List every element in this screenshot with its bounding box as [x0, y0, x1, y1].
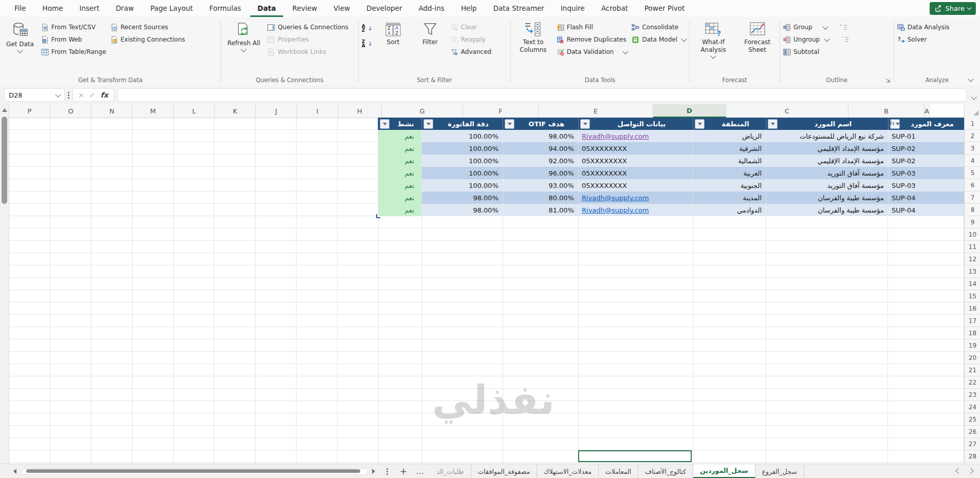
enter-button[interactable]: ✓	[89, 91, 96, 99]
contact-value[interactable]: Riyadh@supply.com	[582, 206, 649, 214]
ribbon-tab[interactable]: Data	[250, 1, 283, 17]
formula-bar-expand-chevron-icon[interactable]	[972, 93, 976, 101]
cell-invoice-accuracy[interactable]: 100.00%	[421, 167, 503, 179]
vertical-scrollbar[interactable]	[0, 104, 9, 464]
active-cell-d28[interactable]	[578, 450, 692, 462]
advanced-filter-button[interactable]: Advanced	[451, 47, 491, 57]
filter-button-id-sorted[interactable]: أ↓	[890, 119, 900, 129]
column-header[interactable]: B	[848, 104, 924, 118]
cell-supplier-id[interactable]: SUP-04	[888, 204, 964, 216]
ribbon-tab[interactable]: Draw	[108, 1, 141, 17]
horizontal-scrollbar[interactable]	[22, 468, 368, 475]
row-header[interactable]: 28	[965, 450, 980, 463]
header-otif-target[interactable]: هدف OTIF	[503, 118, 578, 130]
sheet-tab[interactable]: المعاملات	[599, 464, 638, 478]
tab-nav-left-chevron-icon[interactable]	[955, 468, 961, 473]
show-detail-icon[interactable]	[839, 24, 847, 30]
ribbon-tab[interactable]: Data Streamer	[486, 1, 551, 17]
filter-button-supplier[interactable]	[768, 119, 778, 129]
hide-detail-icon[interactable]	[841, 36, 849, 43]
ribbon-tab[interactable]: Inquire	[553, 1, 592, 17]
cell-supplier-name[interactable]: مؤسسة آفاق التوريد	[766, 179, 888, 192]
recent-sources-button[interactable]: Recent Sources	[110, 22, 186, 32]
cell-contact[interactable]: 05XXXXXXXX	[578, 179, 693, 192]
cell-supplier-id[interactable]: SUP-02	[888, 142, 964, 155]
sort-button[interactable]: ZAAZ Sort	[377, 19, 410, 49]
cell-invoice-accuracy[interactable]: 98.00%	[421, 204, 503, 216]
cell-region[interactable]: الشمالية	[693, 155, 766, 167]
cell-region[interactable]: الغربية	[693, 167, 766, 179]
outline-dialog-launcher[interactable]: ⇲	[885, 78, 890, 84]
cell-active[interactable]: نعم	[378, 167, 421, 179]
select-all-corner[interactable]	[964, 104, 980, 118]
cell-invoice-accuracy[interactable]: 98.00%	[421, 192, 503, 204]
text-to-columns-button[interactable]: Text to Columns	[514, 19, 552, 56]
cell-supplier-name[interactable]: مؤسسة الإمداد الإقليمي	[766, 155, 888, 167]
cell-supplier-id[interactable]: SUP-04	[888, 192, 964, 204]
sheet-tab[interactable]: معدلات_الاستهلاك	[537, 464, 599, 478]
ribbon-tab[interactable]: Page Layout	[143, 1, 200, 17]
cell-supplier-name[interactable]: مؤسسة طيبة والفرسان	[766, 204, 888, 216]
row-header[interactable]: 21	[965, 364, 980, 376]
row-header[interactable]: 11	[965, 241, 980, 253]
cell-otif-target[interactable]: 81.00%	[503, 204, 578, 216]
cell-otif-target[interactable]: 96.00%	[503, 167, 578, 179]
ribbon-tab[interactable]: Review	[285, 1, 324, 17]
cell-supplier-id[interactable]: SUP-01	[888, 130, 964, 142]
cell-otif-target[interactable]: 92.00%	[503, 155, 578, 167]
row-header[interactable]: 20	[965, 352, 980, 364]
cell-active[interactable]: نعم	[378, 192, 421, 204]
from-web-button[interactable]: From Web	[41, 34, 106, 45]
header-supplier-id[interactable]: أ↓معرف المورد	[888, 118, 964, 130]
column-header[interactable]: D	[653, 104, 726, 118]
cell-contact[interactable]: Riyadh@supply.com	[578, 204, 693, 216]
refresh-all-button[interactable]: Refresh All	[224, 19, 263, 54]
group-button[interactable]: Group	[783, 22, 891, 32]
cell-supplier-id[interactable]: SUP-03	[888, 179, 964, 192]
cell-region[interactable]: الشرقية	[693, 142, 766, 155]
cell-active[interactable]: نعم	[378, 155, 421, 167]
column-header[interactable]: G	[382, 104, 463, 118]
row-header[interactable]: 22	[965, 376, 980, 389]
ungroup-button[interactable]: Ungroup	[783, 34, 891, 45]
row-header[interactable]: 18	[965, 327, 980, 339]
ribbon-tab[interactable]: Help	[454, 1, 484, 17]
sheet-options-menu-button[interactable]	[382, 467, 392, 476]
flash-fill-button[interactable]: Flash Fill	[557, 22, 628, 32]
ribbon-tab[interactable]: File	[7, 1, 33, 17]
clear-filter-button[interactable]: Clear	[451, 22, 491, 32]
cell-supplier-id[interactable]: SUP-03	[888, 167, 964, 179]
sheet-tab[interactable]: سجل_الموردين	[693, 464, 755, 478]
share-button[interactable]: Share	[930, 2, 976, 15]
filter-button-region[interactable]	[695, 119, 705, 129]
cell-active[interactable]: نعم	[378, 130, 421, 142]
contact-value[interactable]: Riyadh@supply.com	[582, 194, 649, 202]
row-header[interactable]: 7	[965, 192, 980, 204]
cell-supplier-name[interactable]: مؤسسة طيبة والفرسان	[766, 192, 888, 204]
header-region[interactable]: المنطقة	[693, 118, 766, 130]
filter-button[interactable]: Filter	[414, 19, 447, 49]
subtotal-button[interactable]: ++ Subtotal	[783, 47, 891, 57]
column-header[interactable]: H	[338, 104, 382, 118]
sheet-tab[interactable]: سجل_الفروع	[755, 464, 804, 478]
filter-button-active[interactable]	[380, 119, 390, 129]
cell-contact[interactable]: Riyadh@supply.com	[578, 130, 693, 142]
row-header[interactable]: 6	[965, 179, 980, 192]
row-header[interactable]: 10	[965, 228, 980, 241]
ribbon-tab[interactable]: Acrobat	[594, 1, 635, 17]
insert-function-button[interactable]: fx	[100, 91, 108, 99]
column-header[interactable]: O	[50, 104, 91, 118]
filter-button-invoice[interactable]	[423, 119, 433, 129]
sheet-tab[interactable]: مصفوفة_الموافقات	[471, 464, 538, 478]
cell-region[interactable]: المدينة	[693, 192, 766, 204]
cell-otif-target[interactable]: 80.00%	[503, 192, 578, 204]
header-invoice-accuracy[interactable]: دقة الفاتورة	[421, 118, 503, 130]
formula-bar-drag-handle[interactable]	[68, 92, 69, 99]
ribbon-tab[interactable]: Add-ins	[412, 1, 452, 17]
vertical-scrollbar-thumb[interactable]	[2, 117, 7, 204]
new-sheet-button[interactable]: +	[399, 467, 408, 476]
row-header[interactable]: 19	[965, 339, 980, 352]
cell-invoice-accuracy[interactable]: 100.00%	[421, 155, 503, 167]
row-header[interactable]: 16	[965, 302, 980, 315]
row-header[interactable]: 26	[965, 426, 980, 438]
